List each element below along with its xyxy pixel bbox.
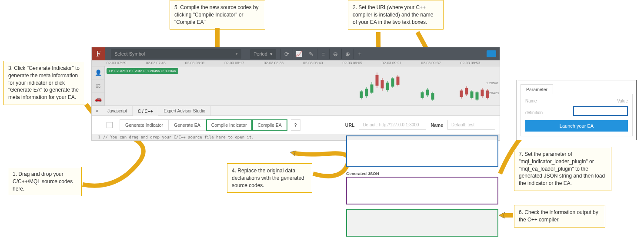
svg-rect-1 xyxy=(360,92,363,98)
parameter-tab[interactable]: Parameter xyxy=(521,84,553,94)
chart-line-icon[interactable]: 📈 xyxy=(293,49,305,59)
launch-ea-button[interactable]: Launch your EA xyxy=(525,120,628,132)
price-tick: 1.20541 xyxy=(486,81,499,85)
chart-area: 👤 ⚖ 🚗 O: 1.20459 H: 1.2046 L: 1.20456 C:… xyxy=(92,66,500,106)
generated-json-box[interactable] xyxy=(346,177,498,204)
zoom-out-icon[interactable]: ⊖ xyxy=(329,49,341,59)
svg-rect-29 xyxy=(476,92,478,99)
svg-rect-19 xyxy=(426,90,429,95)
svg-rect-17 xyxy=(421,92,424,98)
period-select[interactable]: Period ▾ xyxy=(250,49,276,59)
pencil-icon[interactable]: ✎ xyxy=(305,49,317,59)
output-panels: Generated C / C++ Source Codes Generated… xyxy=(346,130,498,241)
callout-1: 1. Drag and drop your C/C++/MQL source c… xyxy=(8,167,82,196)
svg-rect-9 xyxy=(381,80,384,88)
generated-source-box[interactable] xyxy=(346,135,498,167)
generate-ea-button[interactable]: Generate EA xyxy=(169,119,206,131)
svg-rect-13 xyxy=(391,79,394,86)
callout-6: 6. Check the information output by the C… xyxy=(514,205,605,228)
url-label: URL xyxy=(345,122,355,128)
titlebar: F Select Symbol ▾ Period ▾ ⟳ 📈 ✎ ≡ ⊖ ⊕ ＋ xyxy=(92,47,500,60)
compile-indicator-button[interactable]: Compile Indicator xyxy=(206,119,253,131)
param-value-input[interactable] xyxy=(573,106,628,116)
close-icon[interactable]: ✕ xyxy=(92,109,102,113)
help-button[interactable]: ? xyxy=(291,119,300,131)
svg-rect-3 xyxy=(365,89,368,96)
svg-rect-31 xyxy=(481,90,484,96)
period-label: Period xyxy=(254,51,267,56)
time-tick: 02-03 08:01 xyxy=(185,60,224,66)
action-toolbar: Generate Indicator Generate EA Compile I… xyxy=(92,116,500,134)
tab-javascript[interactable]: Javascript xyxy=(102,106,133,115)
balance-icon[interactable]: ⚖ xyxy=(92,79,104,92)
time-tick: 02-03 08:49 xyxy=(303,60,342,66)
toggle-button[interactable] xyxy=(487,50,496,57)
svg-rect-25 xyxy=(465,88,468,94)
caret-down-icon: ▾ xyxy=(270,51,273,57)
list-icon[interactable]: ≡ xyxy=(317,49,329,59)
generate-indicator-button[interactable]: Generate Indicator xyxy=(120,119,169,131)
car-icon[interactable]: 🚗 xyxy=(92,92,104,106)
param-name-header: Name xyxy=(525,99,617,103)
symbol-placeholder: Select Symbol xyxy=(114,51,145,56)
checkbox[interactable] xyxy=(107,122,113,128)
user-icon[interactable]: 👤 xyxy=(92,66,104,79)
plus-icon[interactable]: ＋ xyxy=(354,49,366,59)
time-tick: 02-03 08:33 xyxy=(264,60,303,66)
caret-down-icon: ▾ xyxy=(236,52,238,56)
time-tick: 02-03 07:29 xyxy=(107,60,146,66)
price-chart[interactable]: O: 1.20459 H: 1.2046 L: 1.20456 C: 1.204… xyxy=(105,66,500,106)
editor-tabs: ✕ Javascript C / C++ Expert Advisor Stud… xyxy=(92,106,500,116)
price-axis: 1.20541 1.20473 xyxy=(486,81,499,101)
tab-c-cpp[interactable]: C / C++ xyxy=(133,106,158,116)
symbol-select[interactable]: Select Symbol ▾ xyxy=(111,49,241,59)
generated-json-label: Generated JSON xyxy=(346,171,498,176)
time-tick: 02-03 09:05 xyxy=(342,60,381,66)
line-number: 1 xyxy=(94,135,100,139)
url-input[interactable]: Default: http://127.0.0.1:3000 xyxy=(359,120,426,130)
refresh-icon[interactable]: ⟳ xyxy=(280,49,293,59)
tab-eas[interactable]: Expert Advisor Studio xyxy=(158,106,211,115)
callout-5: 5. Compile the new source codes by click… xyxy=(170,0,265,30)
toolbar-icons: ⟳ 📈 ✎ ≡ ⊖ ⊕ ＋ xyxy=(280,49,366,59)
parameter-card: Parameter Name Value definition Launch y… xyxy=(517,80,637,140)
app-logo: F xyxy=(92,47,105,60)
time-tick: 02-03 09:53 xyxy=(460,60,500,66)
time-tick: 02-03 09:37 xyxy=(421,60,460,66)
name-label: Name xyxy=(430,122,443,128)
time-tick: 02-03 08:17 xyxy=(224,60,264,66)
app-window: F Select Symbol ▾ Period ▾ ⟳ 📈 ✎ ≡ ⊖ ⊕ ＋… xyxy=(91,47,500,141)
svg-rect-15 xyxy=(397,77,399,85)
name-input[interactable]: Default: test xyxy=(447,120,495,130)
callout-2: 2. Set the URL(where your C++ compiler i… xyxy=(348,0,444,30)
compile-ea-button[interactable]: Compile EA xyxy=(252,119,287,131)
svg-rect-23 xyxy=(460,91,463,97)
callout-3: 3. Click "Generate Indicator" to generat… xyxy=(3,61,85,105)
callout-4: 4. Replace the original data declaration… xyxy=(227,163,312,193)
param-value-header: Value xyxy=(617,99,628,103)
svg-rect-27 xyxy=(470,92,473,98)
zoom-in-icon[interactable]: ⊕ xyxy=(341,49,354,59)
svg-rect-11 xyxy=(386,83,389,90)
svg-rect-21 xyxy=(431,93,434,99)
ohlc-badge: O: 1.20459 H: 1.2046 L: 1.20456 C: 1.204… xyxy=(107,68,178,74)
timeline: 02-03 07:29 02-03 07:45 02-03 08:01 02-0… xyxy=(92,60,500,66)
param-row-name: definition xyxy=(525,110,573,115)
svg-rect-7 xyxy=(376,75,378,86)
price-tick: 1.20473 xyxy=(486,91,499,95)
candlesticks xyxy=(335,69,500,105)
svg-rect-5 xyxy=(370,85,373,92)
code-hint: // You can drag and drop your C/C++ sour… xyxy=(103,135,254,139)
compiler-output-box[interactable] xyxy=(346,209,498,237)
param-header-row: Name Value xyxy=(525,99,628,103)
time-tick: 02-03 07:45 xyxy=(146,60,185,66)
left-rail: 👤 ⚖ 🚗 xyxy=(92,66,105,106)
callout-7: 7. Set the parameter of "mql_indicator_l… xyxy=(514,147,611,191)
time-tick: 02-03 09:21 xyxy=(382,60,421,66)
